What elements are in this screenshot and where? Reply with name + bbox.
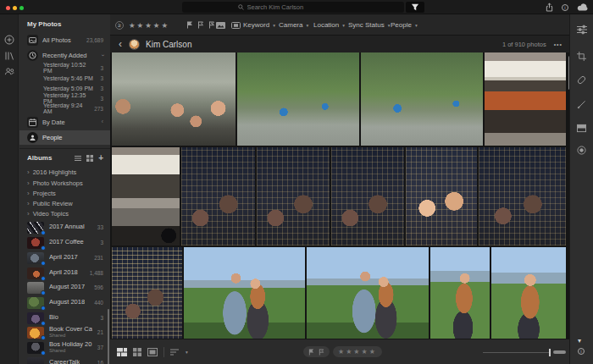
photo-thumbnail[interactable]	[112, 247, 182, 339]
photo-thumbnail[interactable]	[184, 247, 305, 339]
photo-thumbnail[interactable]	[112, 147, 180, 245]
brush-tool-icon[interactable]	[577, 100, 587, 110]
thumbnail-size-slider[interactable]	[483, 339, 568, 364]
location-filter-dropdown[interactable]: Location ▾	[313, 14, 345, 36]
sync-badge-icon	[41, 350, 46, 356]
scroll-down-chevron-icon[interactable]: ▾	[578, 337, 581, 345]
album-row[interactable]: April 2018 1,488	[19, 266, 110, 280]
dropdown-label: Sync Status	[348, 21, 385, 29]
photo-thumbnail[interactable]	[331, 147, 404, 245]
grid-view-icon[interactable]	[86, 155, 93, 162]
list-view-icon[interactable]	[75, 155, 81, 162]
sidebar-scrollbar[interactable]	[108, 309, 109, 364]
photo-thumbnail[interactable]	[307, 247, 429, 339]
star-icons: ★★★★★	[338, 348, 377, 356]
rating-operator-badge[interactable]: ≥	[115, 14, 124, 36]
album-label: Book Cover Candidates	[49, 326, 92, 333]
photo-thumbnail[interactable]	[181, 147, 255, 245]
photo-thumbnail[interactable]	[237, 52, 359, 146]
album-count: 3	[100, 240, 103, 245]
people-label: People	[42, 134, 62, 141]
add-photos-icon[interactable]	[4, 35, 14, 45]
by-date-label: By Date	[42, 119, 65, 126]
sidebar-item-people[interactable]: People	[19, 130, 110, 145]
library-icon[interactable]	[4, 51, 14, 61]
unflagged-flag-icon[interactable]	[197, 21, 204, 29]
photo-grid-view-icon[interactable]	[117, 348, 127, 356]
date-group-row[interactable]: Yesterday 10:52 PM 3	[19, 63, 110, 73]
folder-label: Video Topics	[33, 210, 69, 218]
album-thumbnail	[27, 282, 44, 294]
keyword-filter-dropdown[interactable]: Keyword ▾	[243, 14, 275, 36]
slider-track[interactable]	[483, 352, 549, 353]
sidebar-item-by-date[interactable]: By Date ‹	[19, 116, 110, 129]
sort-order-icon[interactable]	[170, 349, 180, 356]
date-group-row[interactable]: Yesterday 9:24 AM 273	[19, 103, 110, 113]
cloud-sync-icon[interactable]	[577, 3, 588, 11]
close-window-button[interactable]	[6, 6, 10, 10]
videos-filter-icon[interactable]	[231, 22, 241, 29]
date-group-row[interactable]: Yesterday 5:46 PM 3	[19, 73, 110, 83]
photo-thumbnail[interactable]	[406, 147, 477, 245]
album-row[interactable]: August 2018 440	[19, 295, 110, 310]
filter-funnel-button[interactable]	[406, 2, 424, 13]
chevron-right-icon: ›	[27, 201, 30, 207]
avatar[interactable]	[129, 39, 140, 50]
crop-tool-icon[interactable]	[577, 52, 587, 62]
album-row[interactable]: Book Cover Candidates Shared 21	[19, 325, 110, 339]
album-label: 2017 Annual	[49, 223, 85, 230]
sync-badge-icon	[41, 290, 46, 295]
search-input[interactable]	[247, 3, 349, 11]
album-row[interactable]: August 2017 596	[19, 280, 110, 295]
edit-sliders-icon[interactable]	[577, 25, 587, 35]
album-row[interactable]: Bio 3	[19, 311, 110, 325]
people-view-icon[interactable]	[4, 67, 14, 77]
photo-thumbnail[interactable]	[430, 247, 490, 339]
person-name: Kim Carlson	[146, 40, 191, 49]
back-button[interactable]: ‹	[119, 39, 122, 49]
notifications-icon[interactable]: i	[562, 4, 568, 11]
healing-brush-icon[interactable]	[577, 75, 587, 85]
divider	[163, 347, 164, 357]
photo-thumbnail[interactable]	[485, 52, 566, 146]
photos-filter-icon[interactable]	[216, 22, 225, 29]
search-field[interactable]	[182, 2, 404, 13]
sidebar-item-all-photos[interactable]: All Photos 23,689	[19, 34, 110, 47]
camera-filter-dropdown[interactable]: Camera ▾	[279, 14, 308, 36]
album-row[interactable]: 2017 Annual 33	[19, 220, 110, 234]
recently-added-label: Recently Added	[42, 52, 87, 59]
reject-flag-icon[interactable]	[208, 21, 215, 29]
photo-thumbnail[interactable]	[112, 52, 236, 146]
photo-thumbnail[interactable]	[361, 52, 483, 146]
minimize-window-button[interactable]	[13, 6, 17, 10]
add-album-icon[interactable]: +	[98, 154, 103, 163]
my-photos-panel: My Photos All Photos 23,689 Recently Add…	[19, 14, 110, 364]
single-photo-view-icon[interactable]	[147, 348, 158, 356]
album-row[interactable]: April 2017 231	[19, 251, 110, 265]
sync-status-filter-dropdown[interactable]: Sync Status ▾	[348, 14, 390, 36]
photo-thumbnail[interactable]	[491, 247, 566, 339]
album-folder-row[interactable]: › Video Topics	[19, 208, 110, 219]
album-row[interactable]: CareerTalk 16	[19, 356, 110, 364]
share-icon[interactable]	[546, 3, 553, 12]
people-filter-dropdown[interactable]: People ▾	[391, 14, 418, 36]
album-thumbnail	[27, 267, 44, 279]
photo-thumbnail[interactable]	[257, 147, 330, 245]
slider-handle[interactable]	[549, 349, 551, 356]
info-icon[interactable]: i	[578, 348, 585, 355]
date-count: 273	[94, 106, 103, 112]
star-rating-control[interactable]: ★★★★★	[333, 346, 382, 357]
pick-flag-icon[interactable]	[186, 21, 193, 29]
linear-gradient-tool-icon[interactable]	[577, 124, 587, 134]
flag-rating-control[interactable]	[303, 346, 330, 357]
album-row[interactable]: 2017 Coffee 3	[19, 235, 110, 250]
album-folder-row[interactable]: › 2016 Highlights	[19, 167, 110, 178]
sidebar-item-recently-added[interactable]: Recently Added ›	[19, 49, 110, 62]
more-options-button[interactable]: •••	[554, 41, 563, 47]
album-row[interactable]: Bos Holiday 2017 Shared 37	[19, 340, 110, 355]
square-grid-view-icon[interactable]	[133, 348, 141, 356]
radial-gradient-tool-icon[interactable]	[577, 146, 587, 156]
zoom-window-button[interactable]	[19, 6, 24, 10]
rating-stars-filter[interactable]: ★★★★★	[129, 14, 169, 36]
photo-thumbnail[interactable]	[479, 147, 566, 245]
